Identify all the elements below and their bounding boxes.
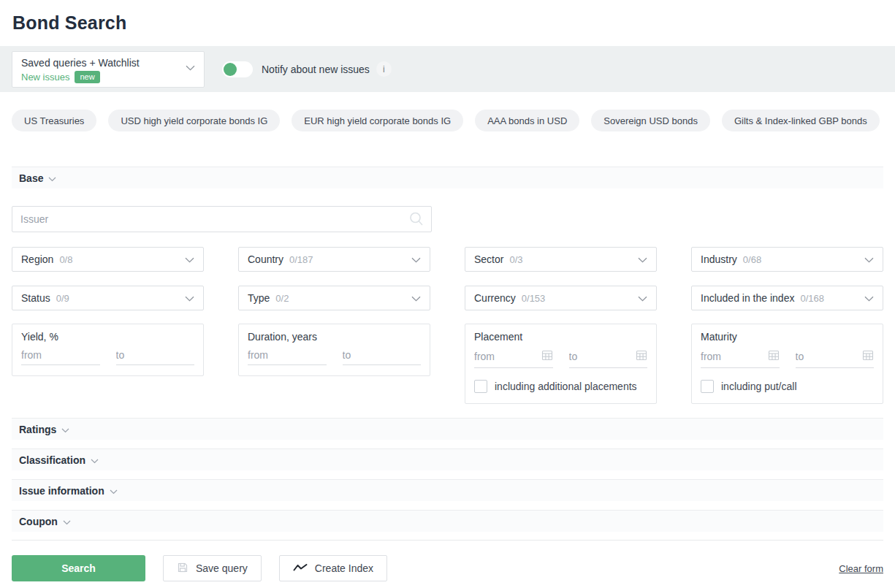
issuer-search <box>12 206 432 232</box>
quick-filter-chips: US Treasuries USD high yield corporate b… <box>12 110 883 131</box>
toggle-knob <box>224 63 237 76</box>
put-call-checkbox[interactable] <box>701 380 714 393</box>
calendar-icon[interactable] <box>636 349 647 364</box>
section-title: Ratings <box>19 424 56 435</box>
duration-to-input[interactable] <box>343 349 422 361</box>
additional-placements-checkbox[interactable] <box>474 380 487 393</box>
range-title: Maturity <box>701 331 874 343</box>
range-filters: Yield, % Duration, years <box>12 324 883 404</box>
range-title: Placement <box>474 331 647 343</box>
chip-aaa-bonds-usd[interactable]: AAA bonds in USD <box>475 110 579 131</box>
saved-queries-select[interactable]: Saved queries + Watchlist New issues new <box>12 51 205 88</box>
new-issues-link[interactable]: New issues <box>21 72 69 83</box>
dropdown-count: 0/9 <box>56 293 69 304</box>
placement-to-input[interactable] <box>569 351 633 362</box>
section-header-classification[interactable]: Classification <box>12 448 883 470</box>
notify-label: Notify about new issues <box>262 64 370 75</box>
dropdown-industry[interactable]: Industry 0/68 <box>691 247 883 272</box>
chip-us-treasuries[interactable]: US Treasuries <box>12 110 96 131</box>
dropdown-country[interactable]: Country 0/187 <box>238 247 430 272</box>
floppy-disk-icon <box>177 562 188 576</box>
yield-from-input[interactable] <box>21 349 100 361</box>
chip-eur-high-yield-ig[interactable]: EUR high yield corporate bonds IG <box>292 110 463 131</box>
dropdown-label: Status <box>21 292 50 304</box>
calendar-icon[interactable] <box>768 349 780 364</box>
section-header-base[interactable]: Base <box>12 167 883 188</box>
search-form: Base Region 0/8 Country 0/187 Sector 0/3… <box>0 167 895 581</box>
save-query-label: Save query <box>196 562 248 574</box>
dropdown-count: 0/2 <box>275 293 289 304</box>
dropdown-label: Country <box>248 253 283 265</box>
chip-sovereign-usd[interactable]: Sovereign USD bonds <box>591 110 710 131</box>
save-query-button[interactable]: Save query <box>163 555 262 581</box>
section-header-coupon[interactable]: Coupon <box>12 510 883 532</box>
duration-from-input[interactable] <box>248 349 327 361</box>
dropdown-label: Included in the index <box>701 292 794 304</box>
dropdown-count: 0/187 <box>289 254 313 265</box>
chevron-down-icon <box>186 61 195 74</box>
create-index-label: Create Index <box>315 562 373 574</box>
chevron-down-icon <box>638 253 647 266</box>
range-title: Yield, % <box>21 331 194 343</box>
dropdown-type[interactable]: Type 0/2 <box>238 286 430 310</box>
maturity-from-input[interactable] <box>701 351 765 362</box>
dropdown-status[interactable]: Status 0/9 <box>12 286 204 310</box>
filter-dropdowns: Region 0/8 Country 0/187 Sector 0/3 Indu… <box>12 247 883 310</box>
chevron-down-icon <box>91 454 99 467</box>
clear-form-link[interactable]: Clear form <box>839 563 883 574</box>
line-chart-icon <box>293 562 308 574</box>
dropdown-count: 0/8 <box>59 254 72 265</box>
section-title: Issue information <box>19 485 104 497</box>
chevron-down-icon <box>185 253 194 266</box>
footer-divider <box>12 540 883 541</box>
dropdown-label: Sector <box>474 253 503 265</box>
section-title: Base <box>19 172 43 184</box>
calendar-icon[interactable] <box>541 349 553 364</box>
yield-to-input[interactable] <box>116 349 195 361</box>
search-button[interactable]: Search <box>12 555 145 581</box>
range-title: Duration, years <box>248 331 421 343</box>
info-icon[interactable]: i <box>376 61 392 77</box>
page-title: Bond Search <box>0 0 895 34</box>
section-header-ratings[interactable]: Ratings <box>12 418 883 440</box>
notify-toggle[interactable] <box>222 61 253 77</box>
duration-range-box: Duration, years <box>238 324 430 376</box>
action-bar: Search Save query Create Index Clear for… <box>12 555 883 581</box>
dropdown-label: Type <box>248 292 270 304</box>
placement-range-box: Placement including additional placement… <box>465 324 657 404</box>
section-title: Coupon <box>19 516 58 527</box>
dropdown-count: 0/3 <box>509 254 522 265</box>
section-header-issue-information[interactable]: Issue information <box>12 479 883 501</box>
create-index-button[interactable]: Create Index <box>279 555 387 581</box>
chip-usd-high-yield-ig[interactable]: USD high yield corporate bonds IG <box>108 110 280 131</box>
search-icon <box>408 211 424 230</box>
chevron-down-icon <box>638 291 647 305</box>
calendar-icon[interactable] <box>862 349 874 364</box>
chevron-down-icon <box>185 291 194 305</box>
dropdown-label: Industry <box>701 253 737 265</box>
new-badge: new <box>75 71 99 83</box>
maturity-to-input[interactable] <box>796 351 860 362</box>
dropdown-label: Currency <box>474 292 516 304</box>
dropdown-label: Region <box>21 253 53 265</box>
maturity-range-box: Maturity including put/call <box>691 324 883 404</box>
chevron-down-icon <box>61 423 69 436</box>
dropdown-count: 0/153 <box>522 293 546 304</box>
section-title: Classification <box>19 454 85 466</box>
placement-from-input[interactable] <box>474 351 538 362</box>
chevron-down-icon <box>864 253 874 266</box>
dropdown-region[interactable]: Region 0/8 <box>12 247 204 272</box>
issuer-input[interactable] <box>12 206 432 232</box>
dropdown-sector[interactable]: Sector 0/3 <box>465 247 657 272</box>
yield-range-box: Yield, % <box>12 324 204 376</box>
chevron-down-icon <box>48 172 56 185</box>
dropdown-count: 0/168 <box>800 293 824 304</box>
dropdown-included-in-index[interactable]: Included in the index 0/168 <box>691 286 883 310</box>
saved-queries-bar: Saved queries + Watchlist New issues new… <box>0 46 895 92</box>
checkbox-label: including put/call <box>721 381 797 392</box>
chevron-down-icon <box>63 515 71 528</box>
dropdown-currency[interactable]: Currency 0/153 <box>465 286 657 310</box>
saved-queries-value: Saved queries + Watchlist <box>21 57 197 69</box>
chip-gilts-gbp[interactable]: Gilts & Index-linked GBP bonds <box>722 110 880 131</box>
checkbox-label: including additional placements <box>495 381 637 392</box>
